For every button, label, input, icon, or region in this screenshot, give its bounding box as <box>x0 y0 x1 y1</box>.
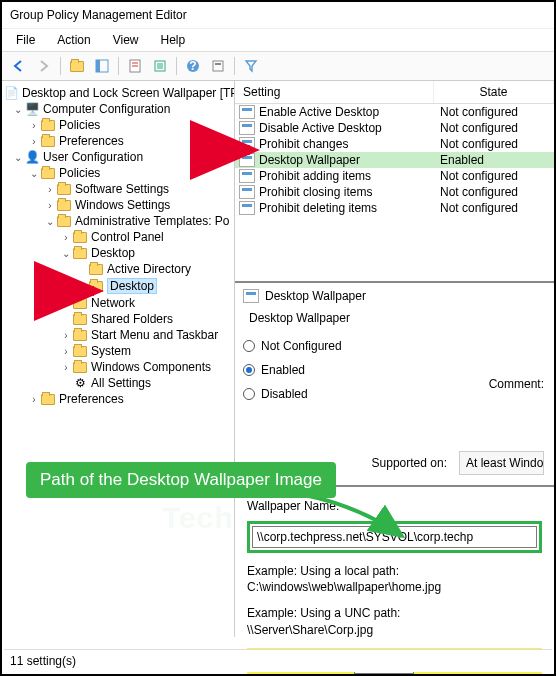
caret-right-icon[interactable]: › <box>44 200 56 211</box>
watermark: TechPress.net <box>162 501 235 535</box>
options-panel: Wallpaper Name: Example: Using a local p… <box>235 485 554 637</box>
computer-icon: 🖥️ <box>24 102 40 116</box>
menu-action[interactable]: Action <box>47 31 100 49</box>
menu-help[interactable]: Help <box>151 31 196 49</box>
tree-desktop[interactable]: Desktop <box>91 246 135 260</box>
caret-right-icon[interactable]: › <box>60 362 72 373</box>
list-header: Setting State <box>235 81 554 104</box>
wallpaper-path-input[interactable] <box>252 526 537 548</box>
options-button[interactable] <box>207 55 229 77</box>
detail-header: Desktop Wallpaper <box>265 289 366 303</box>
supported-label: Supported on: <box>372 456 447 470</box>
list-row[interactable]: Prohibit closing itemsNot configured <box>235 184 554 200</box>
window-title: Group Policy Management Editor <box>2 2 554 29</box>
tree-network[interactable]: Network <box>91 296 135 310</box>
folder-icon <box>72 296 88 310</box>
tree-preferences-cc[interactable]: Preferences <box>59 134 124 148</box>
refresh-button[interactable] <box>149 55 171 77</box>
comment-label: Comment: <box>489 377 544 391</box>
filter-button[interactable] <box>240 55 262 77</box>
caret-right-icon[interactable]: › <box>60 232 72 243</box>
settings-icon: ⚙ <box>72 376 88 390</box>
caret-icon[interactable]: ⌄ <box>12 152 24 163</box>
help-button[interactable]: ? <box>182 55 204 77</box>
tree-shared-folders[interactable]: Shared Folders <box>91 312 173 326</box>
radio-enabled[interactable] <box>243 364 255 376</box>
tree-windows-settings[interactable]: Windows Settings <box>75 198 170 212</box>
menu-view[interactable]: View <box>103 31 149 49</box>
tree-computer-config[interactable]: Computer Configuration <box>43 102 170 116</box>
tree-active-directory[interactable]: Active Directory <box>107 262 191 276</box>
caret-right-icon[interactable]: › <box>60 346 72 357</box>
folder-icon <box>72 312 88 326</box>
row-label: Enable Active Desktop <box>259 105 440 119</box>
row-label: Disable Active Desktop <box>259 121 440 135</box>
caret-right-icon[interactable]: › <box>28 394 40 405</box>
list-row[interactable]: Prohibit adding itemsNot configured <box>235 168 554 184</box>
caret-right-icon[interactable]: › <box>60 330 72 341</box>
list-row[interactable]: Prohibit changesNot configured <box>235 136 554 152</box>
tree-policies-cc[interactable]: Policies <box>59 118 100 132</box>
policy-icon <box>243 289 259 303</box>
list-row[interactable]: Desktop WallpaperEnabled <box>235 152 554 168</box>
back-button[interactable] <box>8 55 30 77</box>
folder-icon <box>72 344 88 358</box>
forward-button[interactable] <box>33 55 55 77</box>
caret-icon[interactable]: ⌄ <box>12 104 24 115</box>
policy-icon <box>239 137 255 151</box>
col-setting[interactable]: Setting <box>235 81 434 103</box>
caret-right-icon[interactable]: › <box>44 184 56 195</box>
tree-system[interactable]: System <box>91 344 131 358</box>
tree-policies-uc[interactable]: Policies <box>59 166 100 180</box>
folder-icon <box>88 262 104 276</box>
toolbar: ? <box>2 52 554 81</box>
wallpaper-path-highlight <box>247 521 542 553</box>
tree-preferences-uc[interactable]: Preferences <box>59 392 124 406</box>
list-row[interactable]: Enable Active DesktopNot configured <box>235 104 554 120</box>
row-state: Not configured <box>440 169 550 183</box>
row-state: Enabled <box>440 153 550 167</box>
label-disabled: Disabled <box>261 387 308 401</box>
row-state: Not configured <box>440 185 550 199</box>
svg-rect-1 <box>96 60 100 72</box>
caret-icon[interactable]: ⌄ <box>44 216 56 227</box>
tree-pane[interactable]: 📄Desktop and Lock Screen Wallpaper [TP ⌄… <box>2 81 235 637</box>
caret-icon[interactable]: ⌄ <box>28 168 40 179</box>
tree-all-settings[interactable]: All Settings <box>91 376 151 390</box>
tree-user-config[interactable]: User Configuration <box>43 150 143 164</box>
policy-icon <box>239 105 255 119</box>
show-hide-tree-button[interactable] <box>91 55 113 77</box>
tree-root[interactable]: Desktop and Lock Screen Wallpaper [TP <box>22 86 235 100</box>
folder-icon <box>72 328 88 342</box>
row-label: Prohibit deleting items <box>259 201 440 215</box>
list-row[interactable]: Prohibit deleting itemsNot configured <box>235 200 554 216</box>
folder-icon <box>56 214 72 228</box>
tree-windows-components[interactable]: Windows Components <box>91 360 211 374</box>
policy-icon <box>239 121 255 135</box>
list-row[interactable]: Disable Active DesktopNot configured <box>235 120 554 136</box>
tree-control-panel[interactable]: Control Panel <box>91 230 164 244</box>
row-state: Not configured <box>440 121 550 135</box>
list-pane: Setting State Enable Active DesktopNot c… <box>235 81 554 637</box>
row-label: Prohibit closing items <box>259 185 440 199</box>
tree-desktop-selected[interactable]: Desktop <box>107 278 157 294</box>
col-state[interactable]: State <box>434 81 554 103</box>
menubar: File Action View Help <box>2 29 554 52</box>
folder-icon <box>40 166 56 180</box>
radio-disabled[interactable] <box>243 388 255 400</box>
caret-icon[interactable]: ⌄ <box>60 248 72 259</box>
caret-right-icon[interactable]: › <box>60 298 72 309</box>
user-icon: 👤 <box>24 150 40 164</box>
properties-button[interactable] <box>124 55 146 77</box>
example1-title: Example: Using a local path: <box>247 563 542 579</box>
caret-right-icon[interactable]: › <box>28 136 40 147</box>
detail-title: Desktop Wallpaper <box>249 311 350 325</box>
caret-right-icon[interactable]: › <box>28 120 40 131</box>
menu-file[interactable]: File <box>6 31 45 49</box>
tree-start-menu[interactable]: Start Menu and Taskbar <box>91 328 218 342</box>
up-folder-button[interactable] <box>66 55 88 77</box>
radio-not-configured[interactable] <box>243 340 255 352</box>
policy-icon <box>239 153 255 167</box>
tree-software-settings[interactable]: Software Settings <box>75 182 169 196</box>
tree-admin-templates[interactable]: Administrative Templates: Po <box>75 214 230 228</box>
